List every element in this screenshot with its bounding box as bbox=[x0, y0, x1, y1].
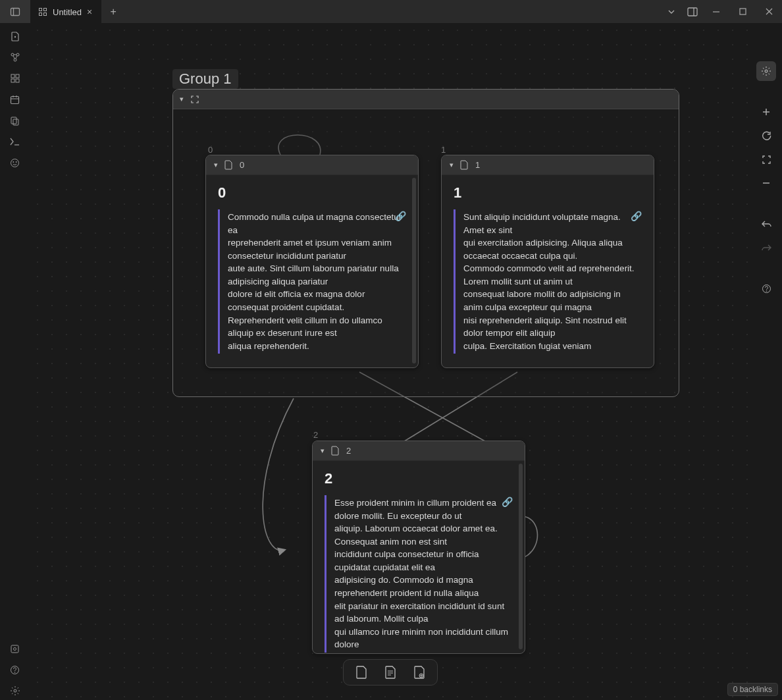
tab-untitled[interactable]: Untitled × bbox=[30, 0, 101, 23]
svg-point-11 bbox=[11, 53, 14, 56]
svg-rect-0 bbox=[11, 8, 20, 15]
svg-point-13 bbox=[14, 59, 16, 61]
gear-icon[interactable] bbox=[756, 61, 776, 81]
reset-view-button[interactable] bbox=[756, 126, 776, 146]
copy-icon[interactable] bbox=[5, 111, 26, 130]
document-icon bbox=[460, 160, 469, 170]
new-tab-button[interactable]: + bbox=[101, 6, 125, 18]
group-header[interactable]: ▾ bbox=[173, 90, 679, 109]
svg-point-39 bbox=[766, 290, 767, 292]
group-title[interactable]: Group 1 bbox=[172, 69, 238, 89]
vault-icon[interactable] bbox=[5, 639, 26, 658]
svg-point-37 bbox=[765, 70, 768, 72]
svg-rect-15 bbox=[16, 74, 19, 78]
link-icon[interactable]: 🔗 bbox=[631, 209, 642, 223]
chevron-down-icon[interactable]: ▾ bbox=[321, 446, 325, 455]
panel-icon bbox=[10, 7, 20, 17]
svg-rect-17 bbox=[16, 79, 19, 82]
canvas-toolbar bbox=[343, 659, 438, 686]
card-heading: 1 bbox=[454, 184, 642, 202]
svg-rect-5 bbox=[44, 13, 47, 16]
tab-close-button[interactable]: × bbox=[87, 7, 92, 17]
chevron-down-icon[interactable]: ▾ bbox=[180, 95, 184, 103]
zoom-out-button[interactable] bbox=[756, 173, 776, 193]
card-header[interactable]: ▾ 0 bbox=[206, 155, 418, 175]
backlinks-count[interactable]: 0 backlinks bbox=[727, 683, 778, 696]
focus-icon[interactable] bbox=[190, 95, 199, 104]
link-icon[interactable]: 🔗 bbox=[395, 209, 406, 223]
svg-point-25 bbox=[11, 159, 19, 167]
canvas[interactable]: Group 1 ▾ 0 1 2 ▾ 0 0 bbox=[30, 23, 750, 700]
fit-view-button[interactable] bbox=[756, 149, 776, 169]
card-quote[interactable]: 🔗 Esse proident minim in cillum proident… bbox=[325, 495, 513, 653]
help-icon[interactable] bbox=[5, 660, 26, 679]
svg-point-31 bbox=[14, 672, 16, 673]
canvas-card[interactable]: ▾ 1 1 🔗 Sunt aliquip incididunt voluptat… bbox=[441, 155, 654, 368]
chevron-down-icon[interactable]: ▾ bbox=[214, 161, 218, 169]
window-maximize-button[interactable] bbox=[729, 0, 756, 23]
card-header-title: 2 bbox=[346, 446, 351, 456]
card-header[interactable]: ▾ 1 bbox=[442, 155, 654, 175]
card-body-text: Esse proident minim in cillum proident e… bbox=[334, 498, 508, 649]
svg-rect-14 bbox=[11, 74, 14, 78]
redo-button[interactable] bbox=[756, 238, 776, 257]
window-close-button[interactable] bbox=[756, 0, 782, 23]
activity-bar bbox=[0, 23, 30, 700]
calendar-icon[interactable] bbox=[5, 90, 26, 109]
svg-point-27 bbox=[16, 161, 17, 163]
svg-point-32 bbox=[14, 689, 16, 692]
svg-point-10 bbox=[14, 36, 15, 38]
svg-rect-6 bbox=[688, 8, 697, 16]
window-minimize-button[interactable] bbox=[703, 0, 729, 23]
card-heading: 2 bbox=[325, 470, 513, 487]
card-header[interactable]: ▾ 2 bbox=[313, 441, 525, 461]
grid-icon bbox=[38, 7, 47, 16]
document-icon bbox=[224, 160, 233, 170]
card-index-label: 1 bbox=[441, 145, 446, 155]
titlebar: Untitled × + bbox=[0, 0, 782, 23]
split-panel-button[interactable] bbox=[682, 1, 703, 22]
text-note-button[interactable] bbox=[382, 664, 399, 681]
svg-rect-16 bbox=[11, 79, 14, 82]
toggle-sidebar-button[interactable] bbox=[0, 0, 30, 23]
canvas-card[interactable]: ▾ 0 0 🔗 Commodo nulla culpa ut magna con… bbox=[205, 155, 419, 368]
files-icon[interactable] bbox=[5, 27, 26, 45]
chevron-down-icon[interactable] bbox=[661, 1, 682, 22]
svg-point-26 bbox=[13, 161, 14, 163]
svg-rect-23 bbox=[13, 119, 18, 125]
card-body-text: Commodo nulla culpa ut magna consectetur… bbox=[228, 212, 402, 351]
settings-icon[interactable] bbox=[5, 682, 26, 700]
svg-rect-9 bbox=[740, 9, 746, 14]
undo-button[interactable] bbox=[756, 214, 776, 234]
svg-rect-18 bbox=[11, 96, 19, 103]
terminal-icon[interactable] bbox=[5, 132, 26, 151]
card-index-label: 0 bbox=[208, 145, 213, 155]
svg-rect-3 bbox=[44, 9, 47, 11]
svg-rect-4 bbox=[39, 13, 42, 16]
tab-title: Untitled bbox=[53, 7, 82, 17]
media-note-button[interactable] bbox=[411, 664, 428, 681]
link-icon[interactable]: 🔗 bbox=[502, 495, 513, 508]
svg-rect-28 bbox=[11, 645, 18, 653]
card-header-title: 0 bbox=[240, 160, 244, 170]
graph-icon[interactable] bbox=[5, 48, 26, 67]
document-icon bbox=[331, 446, 340, 456]
right-toolbar bbox=[750, 23, 782, 700]
svg-point-12 bbox=[16, 53, 19, 56]
card-index-label: 2 bbox=[313, 430, 318, 440]
svg-point-29 bbox=[14, 647, 16, 650]
card-heading: 0 bbox=[218, 184, 406, 202]
card-quote[interactable]: 🔗 Sunt aliquip incididunt voluptate magn… bbox=[454, 209, 642, 354]
help-button[interactable] bbox=[756, 279, 776, 298]
card-quote[interactable]: 🔗 Commodo nulla culpa ut magna consectet… bbox=[218, 209, 406, 354]
card-body-text: Sunt aliquip incididunt voluptate magna.… bbox=[463, 212, 635, 351]
chevron-down-icon[interactable]: ▾ bbox=[450, 161, 454, 169]
card-header-title: 1 bbox=[475, 160, 480, 170]
svg-rect-22 bbox=[11, 117, 16, 124]
blank-note-button[interactable] bbox=[353, 664, 370, 681]
svg-rect-2 bbox=[39, 9, 42, 11]
smiley-icon[interactable] bbox=[5, 153, 26, 172]
grid-view-icon[interactable] bbox=[5, 69, 26, 88]
canvas-card[interactable]: ▾ 2 2 🔗 Esse proident minim in cillum pr… bbox=[312, 441, 525, 654]
zoom-in-button[interactable] bbox=[756, 102, 776, 122]
